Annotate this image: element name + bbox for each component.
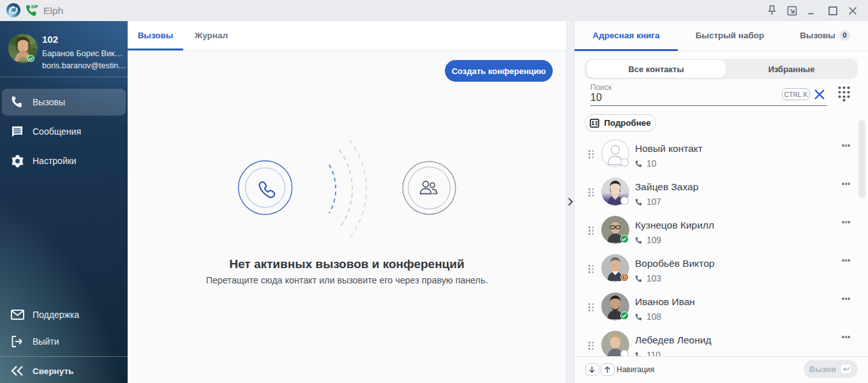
svg-text:SIP: SIP [31,4,38,9]
